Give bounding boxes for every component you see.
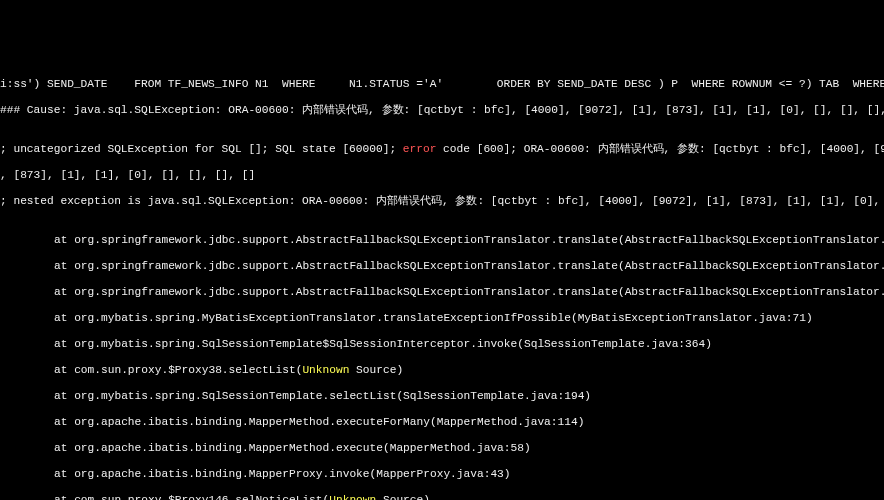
stack-frame: at org.springframework.jdbc.support.Abst… [0,234,884,247]
stack-frame: at org.springframework.jdbc.support.Abst… [0,260,884,273]
text: code [600]; ORA-00600: 内部错误代码, 参数: [qctb… [436,143,884,155]
text: at com.sun.proxy.$Proxy38.selectList( [54,364,302,376]
stack-frame: at org.mybatis.spring.SqlSessionTemplate… [0,390,884,403]
text: ; uncategorized SQLException for SQL [];… [0,143,403,155]
text: at com.sun.proxy.$Proxy146.selNoticeList… [54,494,329,500]
stack-frame: at org.springframework.jdbc.support.Abst… [0,286,884,299]
unknown-keyword: Unknown [329,494,376,500]
nested-exception-line: ; nested exception is java.sql.SQLExcept… [0,195,884,208]
unknown-keyword: Unknown [302,364,349,376]
terminal-output: i:ss') SEND_DATE FROM TF_NEWS_INFO N1 WH… [0,65,884,500]
stack-frame: at org.mybatis.spring.SqlSessionTemplate… [0,338,884,351]
stack-frame: at org.apache.ibatis.binding.MapperMetho… [0,442,884,455]
continuation-line: , [873], [1], [1], [0], [], [], [], [] [0,169,884,182]
text: Source) [376,494,430,500]
stack-frame: at org.apache.ibatis.binding.MapperMetho… [0,416,884,429]
sql-line: i:ss') SEND_DATE FROM TF_NEWS_INFO N1 WH… [0,78,884,91]
stack-frame: at org.mybatis.spring.MyBatisExceptionTr… [0,312,884,325]
stack-frame: at com.sun.proxy.$Proxy38.selectList(Unk… [0,364,884,377]
stack-frame: at org.apache.ibatis.binding.MapperProxy… [0,468,884,481]
error-keyword: error [403,143,437,155]
stack-frame: at com.sun.proxy.$Proxy146.selNoticeList… [0,494,884,500]
cause-line: ### Cause: java.sql.SQLException: ORA-00… [0,104,884,117]
text: Source) [349,364,403,376]
sql-exception-line: ; uncategorized SQLException for SQL [];… [0,143,884,156]
